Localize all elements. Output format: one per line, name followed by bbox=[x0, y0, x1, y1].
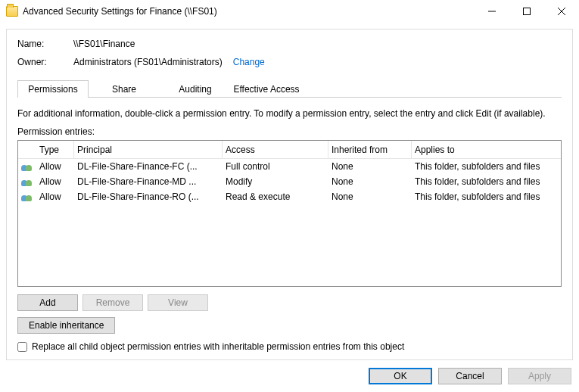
table-row[interactable]: AllowDL-File-Share-Finance-MD ...ModifyN… bbox=[18, 174, 561, 189]
permission-grid[interactable]: Type Principal Access Inherited from App… bbox=[17, 140, 562, 287]
cell-type: Allow bbox=[36, 191, 74, 202]
apply-button[interactable]: Apply bbox=[508, 368, 571, 384]
principal-icon bbox=[18, 162, 36, 171]
cell-access: Read & execute bbox=[223, 191, 328, 202]
tab-share[interactable]: Share bbox=[89, 80, 160, 98]
tab-effective-access[interactable]: Effective Access bbox=[231, 80, 302, 98]
tab-bar: Permissions Share Auditing Effective Acc… bbox=[17, 79, 562, 98]
owner-value: Administrators (FS01\Administrators) bbox=[73, 57, 223, 67]
titlebar: Advanced Security Settings for Finance (… bbox=[0, 0, 579, 23]
change-owner-link[interactable]: Change bbox=[233, 57, 265, 67]
cancel-button[interactable]: Cancel bbox=[438, 368, 502, 384]
svg-rect-1 bbox=[524, 8, 531, 15]
dialog-footer: OK Cancel Apply bbox=[369, 368, 571, 384]
minimize-button[interactable] bbox=[475, 0, 509, 23]
col-access[interactable]: Access bbox=[223, 141, 328, 158]
enable-inheritance-button[interactable]: Enable inheritance bbox=[17, 317, 115, 334]
remove-button[interactable]: Remove bbox=[82, 294, 143, 311]
window-title: Advanced Security Settings for Finance (… bbox=[23, 6, 217, 17]
entries-label: Permission entries: bbox=[17, 126, 562, 137]
tab-permissions[interactable]: Permissions bbox=[17, 80, 89, 98]
info-text: For additional information, double-click… bbox=[17, 108, 562, 119]
maximize-button[interactable] bbox=[509, 0, 544, 23]
cell-type: Allow bbox=[36, 161, 74, 172]
cell-applies: This folder, subfolders and files bbox=[412, 191, 561, 202]
view-button[interactable]: View bbox=[148, 294, 208, 311]
cell-principal: DL-File-Share-Finance-RO (... bbox=[74, 191, 223, 202]
col-type[interactable]: Type bbox=[36, 141, 74, 158]
close-button[interactable] bbox=[544, 0, 579, 23]
cell-applies: This folder, subfolders and files bbox=[412, 161, 561, 172]
table-row[interactable]: AllowDL-File-Share-Finance-RO (...Read &… bbox=[18, 189, 561, 204]
cell-applies: This folder, subfolders and files bbox=[412, 176, 561, 187]
cell-inherited: None bbox=[328, 176, 412, 187]
name-label: Name: bbox=[17, 39, 73, 49]
folder-icon bbox=[6, 6, 18, 17]
cell-access: Modify bbox=[223, 176, 328, 187]
principal-icon bbox=[18, 192, 36, 201]
col-applies[interactable]: Applies to bbox=[412, 141, 561, 158]
owner-label: Owner: bbox=[17, 57, 73, 67]
add-button[interactable]: Add bbox=[17, 294, 78, 311]
replace-child-label: Replace all child object permission entr… bbox=[32, 341, 404, 352]
cell-type: Allow bbox=[36, 176, 74, 187]
col-principal[interactable]: Principal bbox=[74, 141, 223, 158]
replace-child-checkbox[interactable] bbox=[17, 342, 27, 352]
tab-auditing[interactable]: Auditing bbox=[160, 80, 231, 98]
principal-icon bbox=[18, 177, 36, 186]
ok-button[interactable]: OK bbox=[369, 368, 432, 384]
window-controls bbox=[475, 0, 579, 23]
cell-principal: DL-File-Share-Finance-FC (... bbox=[74, 161, 223, 172]
grid-header: Type Principal Access Inherited from App… bbox=[18, 141, 561, 159]
table-row[interactable]: AllowDL-File-Share-Finance-FC (...Full c… bbox=[18, 159, 561, 174]
name-value: \\FS01\Finance bbox=[73, 39, 135, 49]
cell-access: Full control bbox=[223, 161, 328, 172]
cell-inherited: None bbox=[328, 161, 412, 172]
cell-inherited: None bbox=[328, 191, 412, 202]
content-panel: Name: \\FS01\Finance Owner: Administrato… bbox=[6, 29, 573, 360]
col-inherited[interactable]: Inherited from bbox=[328, 141, 412, 158]
cell-principal: DL-File-Share-Finance-MD ... bbox=[74, 176, 223, 187]
